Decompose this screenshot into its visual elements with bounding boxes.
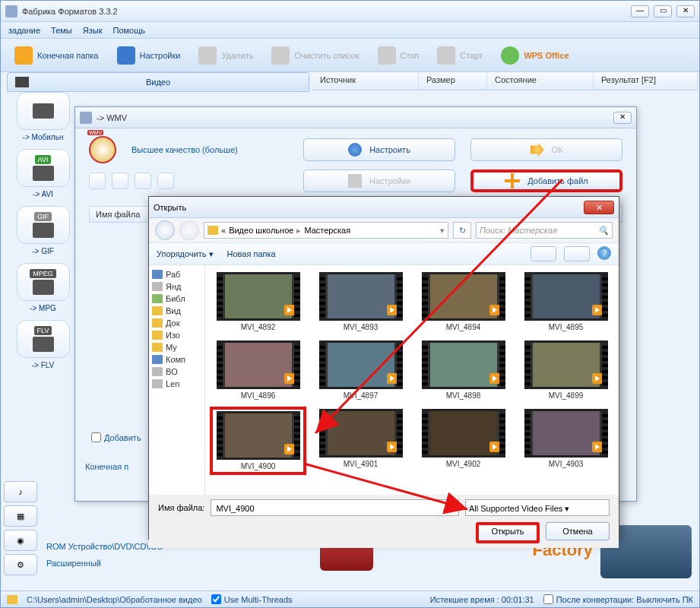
tree-item[interactable]: Вид — [150, 305, 203, 317]
format-item[interactable]: MPEG-> MPG — [7, 263, 79, 312]
breadcrumb-seg-1[interactable]: Видео школьное — [229, 226, 293, 235]
statusbar: C:\Users\admin\Desktop\Обработанное виде… — [1, 591, 699, 607]
file-item[interactable]: MVI_4902 — [415, 407, 512, 475]
file-item[interactable]: MVI_4895 — [518, 270, 614, 334]
col-result[interactable]: Результат [F2] — [594, 72, 698, 90]
audio-tab[interactable]: ♪ — [4, 481, 37, 502]
organize-button[interactable]: Упорядочить ▾ — [157, 249, 214, 259]
dest-folder-link[interactable]: Конечная п — [85, 462, 128, 471]
folder-tree[interactable]: РабЯндБиблВидДокИзоМуКомпBОLen — [149, 265, 205, 495]
start-button[interactable]: Старт — [429, 43, 490, 68]
file-settings-button[interactable]: Настройки — [303, 169, 455, 192]
ok-button[interactable]: ОК — [470, 138, 622, 161]
gear-icon — [117, 46, 135, 65]
file-item[interactable]: MVI_4896 — [210, 338, 306, 402]
maximize-button[interactable]: ▭ — [654, 5, 672, 17]
dest-folder-button[interactable]: Конечная папка — [7, 43, 106, 68]
tree-item[interactable]: Комп — [150, 353, 203, 366]
bottom-links: ROM Устройство\DVD\CD\ISO Расширенный — [46, 542, 163, 575]
tree-item[interactable]: BО — [150, 366, 203, 378]
multithread-checkbox[interactable]: Use Multi-Threads — [211, 594, 293, 604]
tree-item[interactable]: Len — [150, 378, 203, 390]
open-button[interactable]: Открыть — [476, 522, 540, 543]
filter-select[interactable]: All Supported Video Files ▾ — [465, 499, 610, 516]
file-item[interactable]: MVI_4897 — [312, 338, 409, 402]
stop-button[interactable]: Стоп — [370, 43, 427, 68]
wmv-close-button[interactable]: ✕ — [613, 112, 632, 124]
back-button[interactable] — [155, 220, 175, 240]
search-input[interactable]: Поиск: Мастерская🔍 — [476, 222, 613, 239]
configure-button[interactable]: Настроить — [303, 138, 455, 161]
filename-input[interactable]: MVI_4900 — [211, 499, 459, 516]
breadcrumb[interactable]: « Видео школьное ▸ Мастерская ▾ — [204, 222, 448, 239]
play-icon[interactable] — [135, 173, 151, 189]
info-icon[interactable] — [157, 173, 174, 189]
format-item[interactable]: GIF-> GIF — [7, 206, 79, 255]
file-item[interactable]: MVI_4894 — [415, 270, 512, 334]
play-icon — [284, 373, 295, 384]
file-item[interactable]: MVI_4892 — [210, 270, 306, 334]
after-conv-checkbox[interactable]: После конвертации: Выключить ПК — [543, 594, 693, 604]
tree-item[interactable]: Изо — [150, 329, 203, 341]
app-icon — [5, 5, 17, 17]
menu-help[interactable]: Помощь — [112, 26, 145, 35]
close-button[interactable]: ✕ — [676, 5, 695, 17]
preview-pane-button[interactable] — [564, 246, 590, 261]
refresh-button[interactable]: ↻ — [453, 222, 471, 239]
toolbar-row: Упорядочить ▾ Новая папка ? — [149, 242, 619, 265]
open-close-button[interactable]: ✕ — [584, 201, 614, 214]
add-file-button[interactable]: Добавить файл — [470, 169, 622, 192]
add-item-checkbox[interactable]: Добавить — [91, 432, 141, 442]
minimize-button[interactable]: — — [631, 5, 649, 17]
bottom-tabs: ♪ ▦ ◉ ⚙ — [4, 481, 40, 578]
format-item[interactable]: FLV-> FLV — [7, 320, 79, 369]
play-icon — [284, 305, 295, 315]
cancel-button[interactable]: Отмена — [546, 522, 610, 540]
image-tab[interactable]: ▦ — [4, 505, 37, 527]
crop-icon[interactable] — [112, 173, 128, 189]
advanced-tab[interactable]: ⚙ — [4, 554, 37, 575]
delete-button[interactable]: Удалить — [191, 43, 261, 68]
tree-item[interactable]: Му — [150, 341, 203, 353]
file-item[interactable]: MVI_4899 — [518, 338, 614, 402]
range-icon[interactable] — [89, 173, 106, 189]
clear-button[interactable]: Очистить список — [264, 43, 366, 68]
search-icon[interactable]: 🔍 — [598, 226, 609, 236]
view-mode-button[interactable] — [531, 246, 556, 261]
format-item[interactable]: AVI-> AVI — [7, 149, 79, 198]
tree-item[interactable]: Библ — [150, 293, 203, 305]
open-titlebar: Открыть ✕ — [149, 197, 619, 218]
tree-item[interactable]: Док — [150, 317, 203, 329]
new-folder-button[interactable]: Новая папка — [227, 249, 276, 258]
play-icon — [489, 442, 500, 452]
video-tab[interactable]: Видео — [7, 72, 309, 92]
format-item[interactable]: -> Мобильн — [7, 92, 79, 141]
tree-item[interactable]: Раб — [150, 268, 203, 280]
file-item[interactable]: MVI_4903 — [518, 407, 614, 475]
file-item[interactable]: MVI_4900 — [210, 407, 306, 475]
file-item[interactable]: MVI_4901 — [312, 407, 409, 475]
file-item[interactable]: MVI_4898 — [415, 338, 512, 402]
file-item[interactable]: MVI_4893 — [312, 270, 409, 334]
tree-item[interactable]: Янд — [150, 280, 203, 293]
menu-task[interactable]: задание — [8, 26, 40, 35]
rom-link[interactable]: ROM Устройство\DVD\CD\ISO — [46, 542, 163, 551]
advanced-link[interactable]: Расширенный — [46, 559, 163, 568]
app-title: Фабрика Форматов 3.3.2 — [22, 7, 631, 16]
breadcrumb-seg-2[interactable]: Мастерская — [304, 226, 350, 235]
help-button[interactable]: ? — [597, 246, 611, 260]
rom-tab[interactable]: ◉ — [4, 530, 37, 551]
menu-themes[interactable]: Темы — [51, 26, 72, 35]
wps-button[interactable]: WPS Office — [493, 43, 576, 68]
menu-lang[interactable]: Язык — [83, 26, 103, 35]
columns-header: Источник Размер Состояние Результат [F2] — [312, 72, 698, 90]
forward-button[interactable] — [179, 220, 199, 240]
status-path[interactable]: C:\Users\admin\Desktop\Обработанное виде… — [27, 595, 202, 604]
quality-link[interactable]: Высшее качество (больше) — [131, 145, 238, 154]
settings-button[interactable]: Настройки — [109, 43, 188, 68]
col-state[interactable]: Состояние — [487, 72, 594, 90]
col-source[interactable]: Источник — [312, 72, 419, 90]
wps-icon — [501, 46, 519, 65]
col-size[interactable]: Размер — [419, 72, 487, 90]
folder-icon — [7, 595, 17, 604]
